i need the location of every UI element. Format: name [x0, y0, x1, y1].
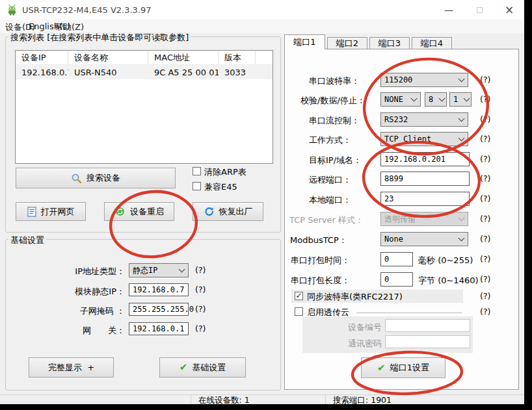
pack-time-help[interactable]: (?) — [480, 254, 490, 264]
device-id-field — [385, 319, 470, 332]
basic-set-label: 基础设置 — [192, 362, 226, 374]
device-restart-button[interactable]: 设备重启 — [104, 202, 174, 221]
search-device-button[interactable]: 搜索设备 — [16, 168, 176, 188]
gateway-help[interactable]: (?) — [195, 324, 206, 333]
static-ip-field[interactable]: 192.168.0.7 — [129, 283, 189, 296]
databits-select[interactable]: 8 — [425, 92, 447, 107]
pack-len-unit: 字节 (0~1460) — [418, 275, 479, 287]
sync-baud-checkbox[interactable]: ✓ — [295, 292, 303, 300]
sync-baud-label: 同步波特率(类RFC2217) — [307, 291, 403, 303]
online-device-count: 在线设备数: 1 — [198, 395, 250, 406]
target-ip-label: 目标IP/域名： — [309, 155, 362, 166]
workmode-help[interactable]: (?) — [480, 134, 490, 144]
full-display-button[interactable]: 完整显示 + — [29, 357, 114, 378]
chevron-down-icon — [455, 73, 468, 86]
device-restart-label: 设备重启 — [130, 206, 164, 218]
local-port-help[interactable]: (?) — [480, 194, 490, 203]
workmode-select[interactable]: TCP Client — [380, 132, 468, 146]
search-icon — [71, 173, 82, 184]
e45-compat-checkbox[interactable] — [193, 182, 201, 190]
pack-time-field[interactable]: 0 — [380, 252, 413, 266]
basic-set-button[interactable]: ✔ 基础设置 — [159, 357, 246, 378]
status-separator — [325, 394, 326, 404]
pack-len-field[interactable]: 0 — [380, 272, 413, 287]
static-ip-label: 模块静态IP： — [65, 286, 125, 298]
tab-port2[interactable]: 端口2 — [327, 37, 367, 49]
baud-help[interactable]: (?) — [480, 75, 490, 84]
factory-reset-label: 恢复出厂 — [219, 206, 253, 218]
factory-reset-icon — [204, 206, 215, 217]
tab-port3[interactable]: 端口3 — [369, 37, 410, 49]
table-row[interactable]: 192.168.0.7 USR-N540 9C A5 25 00 01 87 3… — [16, 65, 273, 79]
cloud-help[interactable]: (?) — [480, 307, 490, 316]
cell-device-name: USR-N540 — [68, 65, 148, 79]
ip-type-help[interactable]: (?) — [195, 265, 206, 275]
search-device-label: 搜索设备 — [86, 172, 120, 184]
pack-time-unit: 毫秒 (0~255) — [418, 255, 473, 266]
static-ip-help[interactable]: (?) — [195, 285, 206, 294]
local-port-field[interactable]: 23 — [380, 192, 470, 206]
col-mac: MAC地址 — [148, 51, 219, 64]
factory-reset-button[interactable]: 恢复出厂 — [193, 202, 263, 221]
check-icon: ✔ — [180, 363, 188, 372]
flow-help[interactable]: (?) — [480, 114, 490, 124]
chevron-down-icon — [462, 93, 471, 106]
tab-port1[interactable]: 端口1 — [284, 34, 325, 49]
chevron-down-icon — [455, 113, 468, 126]
cloud-group-line — [356, 313, 462, 313]
cloud-checkbox[interactable] — [295, 307, 303, 316]
pack-len-help[interactable]: (?) — [480, 274, 490, 284]
status-separator — [191, 394, 191, 404]
pack-len-label: 串口打包长度： — [291, 275, 350, 287]
menu-bar: 设备(D) English(L) 帮助(Z) — [0, 19, 524, 33]
close-button[interactable]: × — [496, 0, 523, 19]
parity-select[interactable]: NONE — [380, 92, 421, 107]
tcp-server-style-help[interactable]: (?) — [480, 214, 490, 224]
col-device-ip: 设备IP — [16, 51, 68, 64]
subnet-field[interactable]: 255.255.255.0 — [129, 303, 189, 316]
restart-icon — [114, 206, 126, 217]
cell-device-ip: 192.168.0.7 — [16, 65, 68, 79]
local-port-label: 本地端口： — [309, 194, 351, 206]
chevron-down-icon — [455, 133, 468, 146]
gateway-label: 网 关： — [65, 325, 125, 337]
port1-set-button[interactable]: ✔ 端口1设置 — [361, 357, 446, 378]
check-icon: ✔ — [377, 363, 386, 373]
status-bar — [0, 394, 524, 404]
search-list-group-label: 搜索列表 [在搜索列表中单击设备即可读取参数] — [8, 32, 191, 44]
stopbits-select[interactable]: 1 — [449, 92, 472, 107]
subnet-help[interactable]: (?) — [195, 304, 206, 314]
modbus-select[interactable]: None — [380, 232, 468, 246]
device-list-header: 设备IP 设备名称 MAC地址 版本 — [16, 51, 273, 65]
pack-time-label: 串口打包时间： — [291, 255, 350, 266]
remote-port-help[interactable]: (?) — [480, 173, 490, 183]
modbus-help[interactable]: (?) — [480, 234, 490, 244]
gateway-field[interactable]: 192.168.0.1 — [129, 322, 189, 335]
e45-compat-label: 兼容E45 — [204, 181, 237, 193]
ip-type-select[interactable]: 静态IP — [129, 263, 189, 277]
maximize-button — [466, 0, 493, 19]
tab-port4[interactable]: 端口4 — [412, 37, 452, 49]
tcp-server-style-select: 透明传输 — [380, 212, 468, 226]
minimize-button[interactable]: — — [435, 0, 462, 19]
baud-select[interactable]: 115200 — [380, 73, 468, 87]
app-window: USR-TCP232-M4,E45 V2.3.3.97 — × 设备(D) En… — [0, 0, 524, 404]
workmode-label: 工作方式： — [309, 135, 351, 146]
open-webpage-button[interactable]: 打开网页 — [16, 202, 86, 221]
parity-help[interactable]: (?) — [480, 94, 490, 104]
chevron-down-icon — [437, 93, 446, 106]
sync-baud-help[interactable]: (?) — [480, 291, 490, 301]
cell-mac: 9C A5 25 00 01 87 — [148, 65, 219, 79]
cell-version: 3033 — [219, 65, 256, 79]
clear-arp-checkbox[interactable] — [193, 167, 201, 175]
target-ip-field[interactable]: 192.168.0.201 — [380, 152, 470, 166]
target-ip-help[interactable]: (?) — [480, 154, 490, 164]
modbus-label: ModbusTCP： — [290, 235, 347, 246]
webpage-icon — [27, 207, 36, 217]
flow-select[interactable]: RS232 — [380, 112, 468, 127]
remote-port-field[interactable]: 8899 — [380, 172, 470, 186]
tcp-server-style-label: TCP Server 样式： — [289, 214, 364, 226]
ip-type-label: IP地址类型： — [65, 266, 125, 277]
device-list[interactable]: 设备IP 设备名称 MAC地址 版本 192.168.0.7 USR-N540 … — [15, 50, 273, 164]
open-webpage-label: 打开网页 — [41, 206, 75, 218]
